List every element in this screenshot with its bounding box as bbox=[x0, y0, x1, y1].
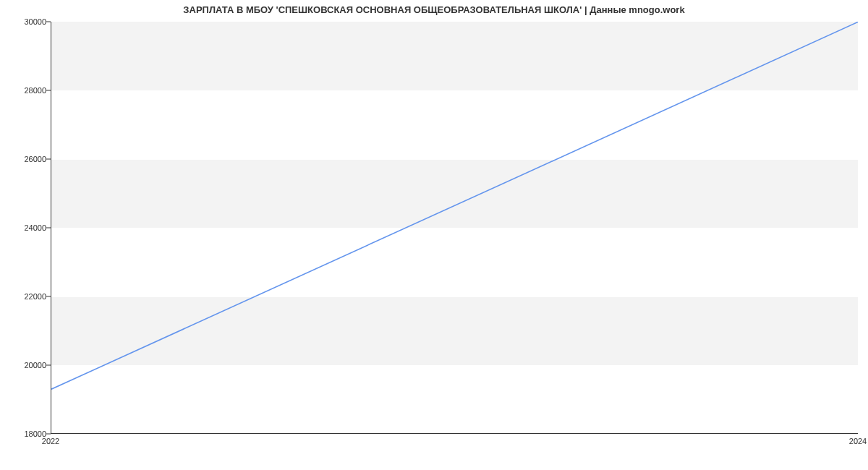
y-tick-label: 24000 bbox=[6, 223, 46, 232]
y-tick-label: 28000 bbox=[6, 86, 46, 95]
chart-title: ЗАРПЛАТА В МБОУ 'СПЕШКОВСКАЯ ОСНОВНАЯ ОБ… bbox=[0, 4, 868, 15]
chart-container: ЗАРПЛАТА В МБОУ 'СПЕШКОВСКАЯ ОСНОВНАЯ ОБ… bbox=[0, 0, 868, 470]
y-tick-label: 30000 bbox=[6, 17, 46, 26]
x-tick-label: 2024 bbox=[849, 437, 867, 445]
y-tick-label: 20000 bbox=[6, 361, 46, 369]
y-tick-label: 22000 bbox=[6, 292, 46, 301]
data-line bbox=[51, 22, 858, 434]
y-tick-label: 18000 bbox=[6, 430, 46, 438]
plot-area bbox=[51, 22, 858, 434]
y-tick-label: 26000 bbox=[6, 155, 46, 163]
x-tick-label: 2022 bbox=[42, 437, 59, 445]
